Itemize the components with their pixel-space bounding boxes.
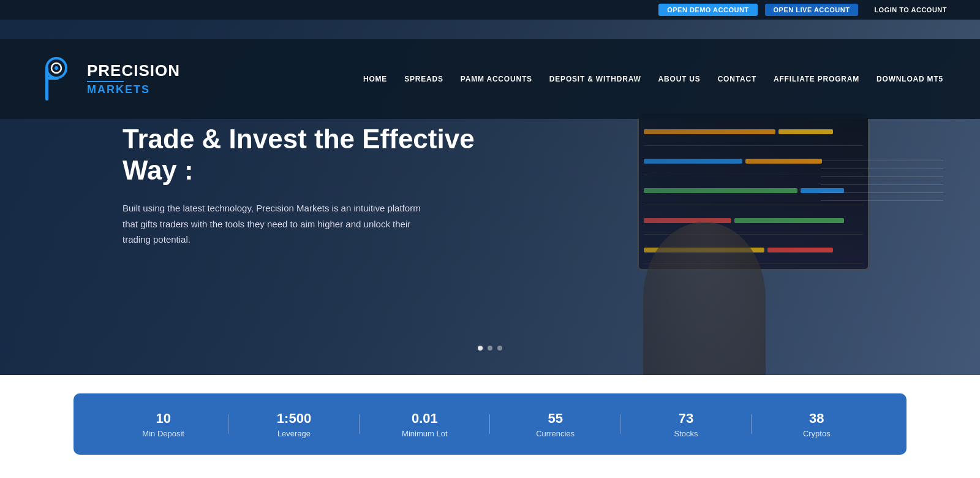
stat-item-cryptos: 38Cryptos xyxy=(752,411,882,438)
stat-item-leverage: 1:500Leverage xyxy=(228,411,359,438)
stat-number-4: 73 xyxy=(679,411,693,427)
slide-dot-3[interactable] xyxy=(497,346,502,351)
stat-item-minimum-lot: 0.01Minimum Lot xyxy=(360,411,490,438)
logo-markets: MARKETS xyxy=(87,84,180,96)
stat-item-stocks: 73Stocks xyxy=(620,411,751,438)
slide-dot-2[interactable] xyxy=(488,346,492,351)
nav-contact[interactable]: CONTACT xyxy=(718,75,756,83)
stat-number-2: 0.01 xyxy=(412,411,438,427)
main-nav: HOME SPREADS PAMM ACCOUNTS DEPOSIT & WIT… xyxy=(363,75,943,83)
nav-deposit[interactable]: DEPOSIT & WITHDRAW xyxy=(549,75,641,83)
stat-number-3: 55 xyxy=(548,411,562,427)
hero-title: Trade & Invest the Effective Way : xyxy=(123,124,490,186)
svg-rect-3 xyxy=(45,67,48,101)
slide-dot-1[interactable] xyxy=(478,346,483,351)
stat-item-currencies: 55Currencies xyxy=(490,411,620,438)
stat-label-3: Currencies xyxy=(536,429,575,438)
logo: PRECISION MARKETS xyxy=(37,55,180,104)
logo-precision: PRECISION xyxy=(87,62,180,80)
stat-label-0: Min Deposit xyxy=(142,429,184,438)
svg-rect-4 xyxy=(48,77,59,80)
nav-home[interactable]: HOME xyxy=(363,75,387,83)
stat-number-5: 38 xyxy=(809,411,824,427)
slider-dots xyxy=(478,346,502,351)
stats-section: 10Min Deposit1:500Leverage0.01Minimum Lo… xyxy=(0,375,980,473)
open-live-button[interactable]: OPEN LIVE ACCOUNT xyxy=(765,4,859,16)
stat-label-1: Leverage xyxy=(277,429,311,438)
site-header: PRECISION MARKETS HOME SPREADS PAMM ACCO… xyxy=(0,39,980,119)
logo-text: PRECISION MARKETS xyxy=(87,62,180,96)
open-demo-button[interactable]: OPEN DEMO ACCOUNT xyxy=(658,4,757,16)
stats-container: 10Min Deposit1:500Leverage0.01Minimum Lo… xyxy=(74,393,907,455)
logo-icon xyxy=(37,55,80,104)
stat-item-min-deposit: 10Min Deposit xyxy=(98,411,228,438)
svg-point-2 xyxy=(55,66,58,70)
nav-affiliate[interactable]: AFFILIATE PROGRAM xyxy=(774,75,859,83)
login-button[interactable]: LOGIN TO ACCOUNT xyxy=(865,4,956,16)
stat-label-5: Cryptos xyxy=(803,429,831,438)
hero-section: PRECISION MARKETS HOME SPREADS PAMM ACCO… xyxy=(0,20,980,375)
logo-divider xyxy=(87,81,124,82)
hero-description: Built using the latest technology, Preci… xyxy=(123,200,429,248)
stat-number-0: 10 xyxy=(156,411,170,427)
nav-spreads[interactable]: SPREADS xyxy=(404,75,443,83)
nav-about[interactable]: ABOUT US xyxy=(658,75,701,83)
nav-pamm[interactable]: PAMM ACCOUNTS xyxy=(461,75,532,83)
stat-label-4: Stocks xyxy=(674,429,698,438)
stat-label-2: Minimum Lot xyxy=(402,429,447,438)
hero-content: Trade & Invest the Effective Way : Built… xyxy=(123,124,490,248)
top-bar: OPEN DEMO ACCOUNT OPEN LIVE ACCOUNT LOGI… xyxy=(0,0,980,20)
nav-download[interactable]: DOWNLOAD MT5 xyxy=(876,75,943,83)
stat-number-1: 1:500 xyxy=(277,411,311,427)
